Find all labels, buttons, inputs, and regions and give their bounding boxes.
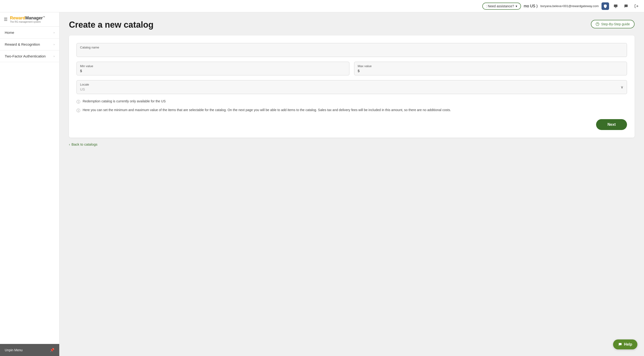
locale-wrapper: Locale US ∨ <box>76 80 627 94</box>
user-email: boryana.beleva+001@rewardgateway.com <box>540 4 599 8</box>
page-title: Create a new catalog <box>69 20 154 30</box>
pin-icon: 📌 <box>50 348 54 352</box>
info-circle-icon-1: ⓘ <box>76 99 80 105</box>
sidebar-item-2fa-label: Two-Factor Authentication <box>5 54 46 58</box>
catalog-name-wrapper: Catalog name <box>76 43 627 57</box>
locale-select[interactable]: US <box>80 87 621 91</box>
min-value-input[interactable] <box>83 69 346 73</box>
locale-group: Locale US ∨ <box>76 80 627 94</box>
sidebar-item-home-label: Home <box>5 31 14 35</box>
min-max-group: Min value $ Max value $ <box>76 62 627 75</box>
info-list: ⓘ Redemption catalog is currently only a… <box>76 99 627 113</box>
logout-icon[interactable] <box>633 2 640 10</box>
main-layout: ☰ RewardManager™ The RG management syste… <box>0 12 644 356</box>
sidebar: ☰ RewardManager™ The RG management syste… <box>0 12 60 356</box>
sidebar-header: ☰ RewardManager™ The RG management syste… <box>0 12 59 27</box>
assistance-label: : Need assistance? <box>486 4 514 8</box>
min-value-wrapper: Min value $ <box>76 62 350 75</box>
page-header: Create a new catalog Step-By-Step guide <box>69 20 634 30</box>
svg-rect-0 <box>614 5 618 7</box>
monitor-icon[interactable] <box>612 2 620 10</box>
location-label: mo US ) <box>524 4 538 8</box>
content-area: Create a new catalog Step-By-Step guide … <box>60 12 644 356</box>
shield-icon[interactable] <box>602 2 609 10</box>
sidebar-item-rr-label: Reward & Recognition <box>5 42 40 46</box>
min-value-label: Min value <box>80 64 346 68</box>
assistance-button[interactable]: : Need assistance? ▾ <box>482 3 521 10</box>
logo-reward: Reward <box>10 16 25 20</box>
min-value-prefix: $ <box>80 69 82 73</box>
catalog-name-group: Catalog name <box>76 43 627 57</box>
info-text-1: Redemption catalog is currently only ava… <box>82 99 166 104</box>
unpin-menu-label: Unpin Menu <box>5 348 23 352</box>
info-circle-icon-2: ⓘ <box>76 108 80 113</box>
max-value-prefix: $ <box>358 69 360 73</box>
catalog-name-input[interactable] <box>80 50 624 54</box>
info-item-2: ⓘ Here you can set the minimum and maxim… <box>76 108 627 113</box>
logo-tm: ™ <box>43 16 45 19</box>
max-value-label: Max value <box>358 64 624 68</box>
chevron-down-icon: ▾ <box>516 4 517 8</box>
locale-inner: Locale US <box>80 83 621 91</box>
back-to-catalogs-link[interactable]: ‹ Back to catalogs <box>69 142 634 146</box>
help-button[interactable]: Help <box>613 339 638 349</box>
locale-chevron-icon: ∨ <box>621 85 624 89</box>
hamburger-icon[interactable]: ☰ <box>4 17 8 22</box>
help-label: Help <box>624 342 632 346</box>
sidebar-footer[interactable]: Unpin Menu 📌 <box>0 344 59 356</box>
locale-label: Locale <box>80 83 621 86</box>
info-text-2: Here you can set the minimum and maximum… <box>82 108 451 112</box>
back-to-catalogs-label: Back to catalogs <box>72 142 98 146</box>
form-card: Catalog name Min value $ Max value $ <box>69 36 634 138</box>
sidebar-item-reward-recognition[interactable]: Reward & Recognition › <box>0 39 59 50</box>
form-footer: Next <box>76 119 627 130</box>
info-item-1: ⓘ Redemption catalog is currently only a… <box>76 99 627 105</box>
chevron-right-icon: › <box>54 55 54 58</box>
notification-icon[interactable] <box>622 2 630 10</box>
chevron-right-icon: › <box>54 31 54 34</box>
sidebar-item-two-factor[interactable]: Two-Factor Authentication › <box>0 50 59 62</box>
next-button[interactable]: Next <box>596 119 627 130</box>
logo-manager: Manager <box>25 16 43 20</box>
max-value-input[interactable] <box>360 69 624 73</box>
chevron-right-icon: › <box>54 43 54 46</box>
sidebar-item-home[interactable]: Home › <box>0 27 59 39</box>
back-chevron-icon: ‹ <box>69 142 70 146</box>
logo-sub: The RG management system <box>10 21 45 23</box>
step-guide-button[interactable]: Step-By-Step guide <box>591 20 634 28</box>
topbar: : Need assistance? ▾ mo US ) boryana.bel… <box>0 0 644 12</box>
logo: RewardManager™ The RG management system <box>10 16 45 23</box>
step-guide-label: Step-By-Step guide <box>601 22 630 26</box>
catalog-name-label: Catalog name <box>80 46 624 49</box>
max-value-wrapper: Max value $ <box>354 62 627 75</box>
sidebar-nav: Home › Reward & Recognition › Two-Factor… <box>0 27 59 344</box>
